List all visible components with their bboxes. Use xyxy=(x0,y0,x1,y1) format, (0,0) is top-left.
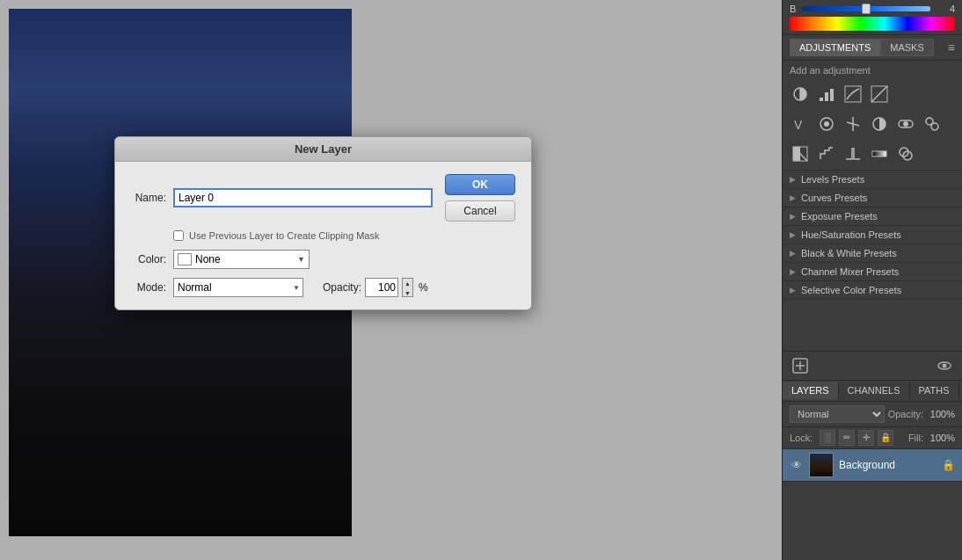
tab-channels[interactable]: CHANNELS xyxy=(839,382,910,399)
panel-header: ADJUSTMENTS MASKS ≡ xyxy=(783,35,962,61)
preset-arrow-cm: ▶ xyxy=(790,267,796,276)
clipping-mask-checkbox[interactable] xyxy=(173,230,184,241)
svg-line-6 xyxy=(871,86,887,102)
new-layer-dialog-overlay: New Layer Name: OK Cancel Use Previous L… xyxy=(114,136,532,310)
preset-label-bw: Black & White Presets xyxy=(801,248,897,258)
preset-hue-saturation[interactable]: ▶ Hue/Saturation Presets xyxy=(783,226,962,244)
opacity-wrapper: Opacity: ▲ ▼ % xyxy=(310,278,428,297)
layer-thumbnail xyxy=(809,453,834,477)
opacity-layers-value: 100% xyxy=(927,409,955,419)
exposure-icon[interactable] xyxy=(867,82,892,106)
bottom-icons-bar xyxy=(783,351,962,381)
svg-point-14 xyxy=(903,121,908,127)
new-layer-dialog: New Layer Name: OK Cancel Use Previous L… xyxy=(114,136,532,310)
dialog-buttons: OK Cancel xyxy=(445,174,515,222)
color-dropdown-arrow[interactable]: ▼ xyxy=(297,255,305,264)
mode-select[interactable]: Normal Dissolve Multiply Screen Overlay xyxy=(173,278,303,297)
preset-channel-mixer[interactable]: ▶ Channel Mixer Presets xyxy=(783,263,962,281)
preset-arrow-levels: ▶ xyxy=(790,175,796,184)
gradient-map-icon[interactable] xyxy=(867,142,892,166)
cancel-button[interactable]: Cancel xyxy=(445,200,515,222)
opacity-input[interactable] xyxy=(365,278,398,297)
vibrance-icon[interactable]: V xyxy=(788,112,813,136)
tab-paths[interactable]: PATHS xyxy=(910,382,959,399)
levels-icon[interactable] xyxy=(814,82,839,106)
color-balance-icon[interactable] xyxy=(841,112,865,136)
panel-menu-icon[interactable]: ≡ xyxy=(948,40,955,55)
layer-visibility-icon[interactable]: 👁 xyxy=(790,458,804,472)
black-white-icon[interactable] xyxy=(867,112,892,136)
preset-label-sc: Selective Color Presets xyxy=(801,285,901,295)
layer-lock-badge: 🔒 xyxy=(942,459,955,471)
add-adjustment-icon[interactable] xyxy=(790,355,811,376)
eye-adjustment-icon[interactable] xyxy=(934,355,955,376)
dialog-titlebar: New Layer xyxy=(115,137,531,162)
preset-arrow-curves: ▶ xyxy=(790,193,796,202)
adjustment-icons-row-3 xyxy=(783,140,962,170)
adjustments-panel: ADJUSTMENTS MASKS ≡ Add an adjustment xyxy=(783,35,962,171)
preset-label-cm: Channel Mixer Presets xyxy=(801,266,899,277)
b-slider-label: B xyxy=(790,4,798,14)
lock-all-icon[interactable]: 🔒 xyxy=(878,430,893,446)
curves-icon[interactable] xyxy=(841,82,865,106)
color-swatch xyxy=(178,253,192,265)
lock-image-icon[interactable]: ✏ xyxy=(839,430,855,446)
posterize-icon[interactable] xyxy=(814,142,839,166)
color-slider-area: B 4 xyxy=(783,0,962,35)
layer-background-row[interactable]: 👁 Background 🔒 xyxy=(783,449,962,482)
color-label: Color: xyxy=(129,253,166,265)
channel-mixer-icon[interactable] xyxy=(920,112,944,136)
hue-saturation-icon[interactable] xyxy=(814,112,839,136)
svg-point-16 xyxy=(931,123,938,130)
tab-layers[interactable]: LAYERS xyxy=(783,382,839,399)
preset-levels[interactable]: ▶ Levels Presets xyxy=(783,171,962,189)
brightness-contrast-icon[interactable] xyxy=(788,82,813,106)
selective-color-icon[interactable] xyxy=(893,142,918,166)
fill-label: Fill: xyxy=(908,433,923,443)
color-row: Color: None ▼ xyxy=(129,250,517,269)
layers-panel: LAYERS CHANNELS PATHS ≡ Normal Multiply … xyxy=(783,381,962,561)
opacity-down-arrow[interactable]: ▼ xyxy=(403,288,412,298)
b-slider-value: 4 xyxy=(934,4,955,14)
layers-tabs-row: LAYERS CHANNELS PATHS ≡ xyxy=(783,381,962,402)
lock-transparent-icon[interactable]: ░ xyxy=(820,430,835,446)
panel-tabs: ADJUSTMENTS MASKS xyxy=(790,39,934,56)
layers-panel-menu[interactable]: ≡ xyxy=(959,381,962,401)
tab-adjustments[interactable]: ADJUSTMENTS xyxy=(790,39,880,56)
preset-black-white[interactable]: ▶ Black & White Presets xyxy=(783,244,962,263)
ok-button[interactable]: OK xyxy=(445,174,515,195)
invert-icon[interactable] xyxy=(788,142,813,166)
layers-mode-select[interactable]: Normal Multiply Screen xyxy=(790,405,885,423)
preset-selective-color[interactable]: ▶ Selective Color Presets xyxy=(783,281,962,300)
preset-exposure[interactable]: ▶ Exposure Presets xyxy=(783,207,962,226)
preset-arrow-exposure: ▶ xyxy=(790,212,796,221)
preset-arrow-sc: ▶ xyxy=(790,286,796,295)
svg-point-26 xyxy=(943,363,947,367)
tab-masks[interactable]: MASKS xyxy=(880,39,934,56)
svg-point-9 xyxy=(824,121,829,127)
lock-position-icon[interactable]: ✛ xyxy=(858,430,874,446)
dialog-title: New Layer xyxy=(295,142,352,156)
b-slider-thumb[interactable] xyxy=(862,4,871,14)
preset-label-exposure: Exposure Presets xyxy=(801,211,878,222)
checkbox-row: Use Previous Layer to Create Clipping Ma… xyxy=(173,230,517,241)
name-row: Name: OK Cancel xyxy=(129,174,517,222)
svg-rect-3 xyxy=(830,89,834,101)
layer-name-input[interactable] xyxy=(173,188,433,207)
add-adjustment-label: Add an adjustment xyxy=(783,61,962,80)
adjustment-icons-row-2: V xyxy=(783,110,962,140)
opacity-stepper[interactable]: ▲ ▼ xyxy=(402,278,413,297)
threshold-icon[interactable] xyxy=(841,142,865,166)
dialog-content: Name: OK Cancel Use Previous Layer to Cr… xyxy=(115,162,531,309)
opacity-up-arrow[interactable]: ▲ xyxy=(403,279,412,288)
mode-opacity-row: Mode: Normal Dissolve Multiply Screen Ov… xyxy=(129,278,517,297)
mode-label: Mode: xyxy=(129,281,166,294)
b-slider-row: B 4 xyxy=(790,4,955,14)
photo-filter-icon[interactable] xyxy=(893,112,918,136)
color-value: None xyxy=(195,253,294,265)
color-gradient-bar xyxy=(790,17,955,31)
clipping-mask-label: Use Previous Layer to Create Clipping Ma… xyxy=(189,230,379,241)
b-slider-track[interactable] xyxy=(802,6,930,11)
preset-curves[interactable]: ▶ Curves Presets xyxy=(783,189,962,207)
lock-row: Lock: ░ ✏ ✛ 🔒 Fill: 100% xyxy=(783,427,962,449)
